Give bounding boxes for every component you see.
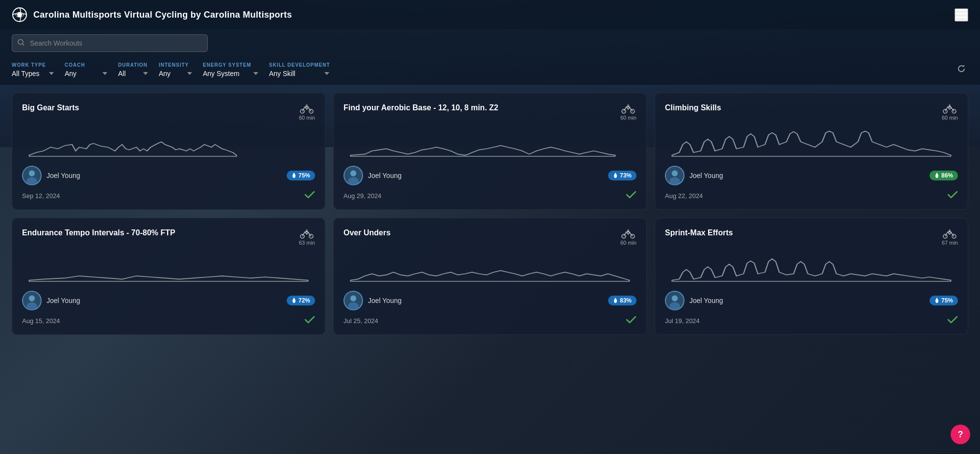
workout-duration: 60 min	[299, 115, 315, 121]
header: Carolina Multisports Virtual Cycling by …	[0, 0, 980, 29]
workout-waveform	[22, 253, 315, 283]
skill-development-label: SKILL DEVELOPMENT	[269, 62, 330, 68]
flame-icon	[292, 298, 296, 303]
coach-filter: COACH Any Joel Young	[65, 62, 108, 77]
refresh-button[interactable]	[955, 62, 968, 78]
workout-card-w5[interactable]: Over Unders 60 min	[333, 218, 647, 335]
coach-label: COACH	[65, 62, 108, 68]
intensity-badge: 72%	[287, 296, 315, 305]
coach-select[interactable]: Any Joel Young	[65, 70, 108, 77]
workout-title: Endurance Tempo Intervals - 70-80% FTP	[22, 228, 175, 238]
coach-avatar	[665, 291, 685, 310]
svg-point-45	[949, 230, 951, 232]
workout-title: Sprint-Max Efforts	[665, 228, 733, 238]
intensity-badge: 86%	[930, 171, 958, 180]
svg-point-49	[672, 296, 678, 301]
duration-select[interactable]: All 30 min 45 min 60 min 75 min 90 min	[118, 70, 149, 77]
intensity-badge: 73%	[608, 171, 637, 180]
bike-icon	[621, 103, 635, 114]
skill-development-select[interactable]: Any Skill Climbing Sprinting Tempo Thres…	[269, 70, 330, 77]
workout-date: Jul 19, 2024	[665, 317, 700, 325]
card-header: Find your Aerobic Base - 12, 10, 8 min. …	[343, 103, 637, 121]
help-button[interactable]: ?	[951, 425, 970, 444]
svg-point-10	[306, 105, 308, 107]
intensity-filter: INTENSITY Any Low Medium High	[159, 62, 193, 77]
svg-point-14	[29, 171, 35, 176]
card-date-row: Aug 29, 2024	[343, 190, 637, 202]
refresh-icon	[956, 64, 966, 74]
coach-info: Joel Young	[22, 291, 80, 310]
card-footer: Joel Young 75%	[22, 166, 315, 185]
svg-point-21	[351, 171, 356, 176]
card-date-row: Aug 22, 2024	[665, 190, 958, 202]
intensity-label: INTENSITY	[159, 62, 193, 68]
coach-avatar	[22, 291, 42, 310]
svg-point-41	[348, 303, 359, 309]
workouts-grid: Big Gear Starts 60 min	[0, 85, 980, 343]
intensity-select[interactable]: Any Low Medium High	[159, 70, 193, 77]
app-title: Carolina Multisports Virtual Cycling by …	[33, 10, 292, 20]
svg-point-20	[348, 177, 359, 184]
header-left: Carolina Multisports Virtual Cycling by …	[12, 7, 292, 23]
workout-duration: 63 min	[299, 240, 315, 246]
work-type-filter: WORK TYPE All Types Endurance Intervals …	[12, 62, 55, 77]
workout-date: Aug 29, 2024	[343, 192, 381, 200]
workout-card-w3[interactable]: Climbing Skills 60 min	[655, 93, 968, 210]
completed-check-icon	[626, 315, 637, 327]
card-date-row: Jul 19, 2024	[665, 315, 958, 327]
card-footer: Joel Young 73%	[343, 166, 637, 185]
svg-point-42	[351, 296, 356, 301]
energy-system-label: ENERGY SYSTEM	[203, 62, 259, 68]
svg-rect-3	[956, 9, 967, 11]
search-wrapper	[12, 34, 208, 52]
flame-icon	[613, 298, 618, 303]
flame-icon	[934, 298, 939, 303]
work-type-label: WORK TYPE	[12, 62, 55, 68]
workout-card-w6[interactable]: Sprint-Max Efforts 67 min	[655, 218, 968, 335]
flame-icon	[934, 173, 939, 178]
duration-filter: DURATION All 30 min 45 min 60 min 75 min…	[118, 62, 149, 77]
svg-point-1	[17, 12, 22, 17]
menu-button[interactable]	[955, 8, 968, 22]
card-meta: 60 min	[620, 228, 637, 246]
workout-waveform	[22, 128, 315, 158]
menu-lines-icon	[956, 9, 967, 18]
card-footer: Joel Young 72%	[22, 291, 315, 310]
help-icon: ?	[958, 429, 963, 440]
card-footer: Joel Young 83%	[343, 291, 637, 310]
search-icon	[18, 39, 24, 48]
work-type-select[interactable]: All Types Endurance Intervals Strength R…	[12, 70, 55, 77]
workout-card-w4[interactable]: Endurance Tempo Intervals - 70-80% FTP 6…	[12, 218, 325, 335]
coach-name: Joel Young	[47, 297, 80, 304]
workout-duration: 60 min	[620, 115, 637, 121]
svg-point-13	[26, 177, 37, 184]
card-meta: 63 min	[299, 228, 315, 246]
coach-avatar	[22, 166, 42, 185]
search-input[interactable]	[12, 34, 208, 52]
coach-name: Joel Young	[689, 297, 723, 304]
workout-duration: 60 min	[942, 115, 958, 121]
coach-info: Joel Young	[343, 166, 402, 185]
workout-card-w1[interactable]: Big Gear Starts 60 min	[12, 93, 325, 210]
completed-check-icon	[947, 190, 958, 202]
search-bar	[0, 29, 980, 57]
svg-point-28	[672, 171, 678, 176]
card-meta: 60 min	[620, 103, 637, 121]
svg-rect-5	[956, 17, 967, 18]
workout-date: Sep 12, 2024	[22, 192, 60, 200]
svg-point-6	[18, 40, 23, 45]
energy-system-select[interactable]: Any System Aerobic Anaerobic Neuromuscul…	[203, 70, 259, 77]
coach-name: Joel Young	[47, 172, 80, 179]
bike-icon	[943, 228, 956, 239]
workout-waveform	[343, 253, 637, 283]
completed-check-icon	[626, 190, 637, 202]
coach-name: Joel Young	[368, 172, 402, 179]
coach-info: Joel Young	[22, 166, 80, 185]
workout-title: Climbing Skills	[665, 103, 721, 113]
skill-development-filter: SKILL DEVELOPMENT Any Skill Climbing Spr…	[269, 62, 330, 77]
coach-info: Joel Young	[665, 166, 723, 185]
workout-card-w2[interactable]: Find your Aerobic Base - 12, 10, 8 min. …	[333, 93, 647, 210]
card-date-row: Aug 15, 2024	[22, 315, 315, 327]
flame-icon	[613, 173, 618, 178]
workout-duration: 60 min	[620, 240, 637, 246]
